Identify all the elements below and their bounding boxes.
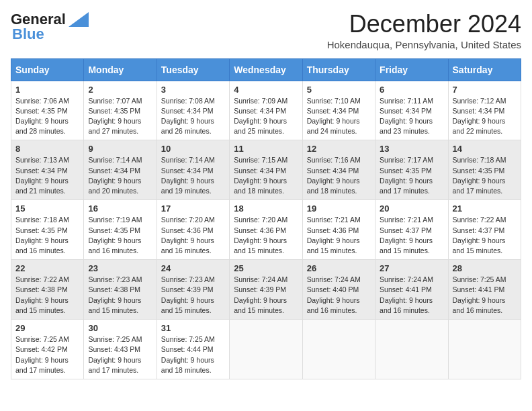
calendar-table: SundayMondayTuesdayWednesdayThursdayFrid… [11, 58, 521, 379]
day-number: 4 [234, 85, 298, 95]
svg-marker-0 [69, 12, 89, 27]
day-info: Sunrise: 7:21 AM Sunset: 4:37 PM Dayligh… [380, 215, 443, 256]
day-info: Sunrise: 7:08 AM Sunset: 4:34 PM Dayligh… [161, 96, 225, 137]
day-info: Sunrise: 7:18 AM Sunset: 4:35 PM Dayligh… [15, 215, 79, 256]
col-header-saturday: Saturday [448, 58, 521, 81]
day-info: Sunrise: 7:10 AM Sunset: 4:34 PM Dayligh… [307, 96, 371, 137]
logo-blue: Blue [12, 26, 44, 43]
calendar-cell: 19 Sunrise: 7:21 AM Sunset: 4:36 PM Dayl… [302, 200, 375, 260]
title-area: December 2024 Hokendauqua, Pennsylvania,… [327, 11, 521, 50]
logo: General Blue [11, 11, 89, 43]
calendar-week-1: 1 Sunrise: 7:06 AM Sunset: 4:35 PM Dayli… [11, 81, 521, 140]
page-header: General Blue December 2024 Hokendauqua, … [11, 11, 521, 50]
day-number: 5 [307, 85, 371, 95]
calendar-cell: 20 Sunrise: 7:21 AM Sunset: 4:37 PM Dayl… [375, 200, 448, 260]
calendar-week-4: 22 Sunrise: 7:22 AM Sunset: 4:38 PM Dayl… [11, 260, 521, 320]
calendar-cell: 3 Sunrise: 7:08 AM Sunset: 4:34 PM Dayli… [157, 81, 229, 140]
day-info: Sunrise: 7:25 AM Sunset: 4:43 PM Dayligh… [88, 334, 152, 375]
day-number: 1 [15, 85, 79, 95]
day-info: Sunrise: 7:09 AM Sunset: 4:34 PM Dayligh… [234, 96, 298, 137]
day-number: 14 [453, 144, 517, 154]
calendar-week-2: 8 Sunrise: 7:13 AM Sunset: 4:34 PM Dayli… [11, 140, 521, 200]
calendar-cell: 6 Sunrise: 7:11 AM Sunset: 4:34 PM Dayli… [375, 81, 448, 140]
calendar-cell: 7 Sunrise: 7:12 AM Sunset: 4:34 PM Dayli… [448, 81, 521, 140]
calendar-cell: 27 Sunrise: 7:24 AM Sunset: 4:41 PM Dayl… [375, 260, 448, 320]
col-header-monday: Monday [84, 58, 157, 81]
day-number: 3 [161, 85, 225, 95]
calendar-cell: 22 Sunrise: 7:22 AM Sunset: 4:38 PM Dayl… [11, 260, 84, 320]
calendar-cell: 5 Sunrise: 7:10 AM Sunset: 4:34 PM Dayli… [302, 81, 375, 140]
day-number: 28 [453, 263, 517, 273]
calendar-cell: 15 Sunrise: 7:18 AM Sunset: 4:35 PM Dayl… [11, 200, 84, 260]
calendar-cell: 26 Sunrise: 7:24 AM Sunset: 4:40 PM Dayl… [302, 260, 375, 320]
calendar-cell: 13 Sunrise: 7:17 AM Sunset: 4:35 PM Dayl… [375, 140, 448, 200]
day-info: Sunrise: 7:11 AM Sunset: 4:34 PM Dayligh… [380, 96, 443, 137]
calendar-cell [448, 320, 521, 379]
day-number: 11 [234, 144, 298, 154]
calendar-week-3: 15 Sunrise: 7:18 AM Sunset: 4:35 PM Dayl… [11, 200, 521, 260]
day-number: 18 [234, 203, 298, 214]
day-number: 9 [88, 144, 152, 154]
day-info: Sunrise: 7:14 AM Sunset: 4:34 PM Dayligh… [161, 155, 225, 196]
day-info: Sunrise: 7:14 AM Sunset: 4:34 PM Dayligh… [88, 155, 152, 196]
day-number: 10 [161, 144, 225, 154]
day-info: Sunrise: 7:17 AM Sunset: 4:35 PM Dayligh… [380, 155, 443, 196]
day-number: 13 [380, 144, 443, 154]
day-info: Sunrise: 7:19 AM Sunset: 4:35 PM Dayligh… [88, 215, 152, 256]
day-number: 16 [88, 203, 152, 214]
day-number: 31 [161, 323, 225, 333]
day-number: 29 [15, 323, 79, 333]
day-info: Sunrise: 7:23 AM Sunset: 4:38 PM Dayligh… [88, 275, 152, 316]
day-number: 26 [307, 263, 371, 273]
day-info: Sunrise: 7:24 AM Sunset: 4:40 PM Dayligh… [307, 275, 371, 316]
calendar-cell: 11 Sunrise: 7:15 AM Sunset: 4:34 PM Dayl… [230, 140, 302, 200]
day-info: Sunrise: 7:25 AM Sunset: 4:41 PM Dayligh… [453, 275, 517, 316]
calendar-cell: 31 Sunrise: 7:25 AM Sunset: 4:44 PM Dayl… [157, 320, 229, 379]
day-number: 12 [307, 144, 371, 154]
day-number: 7 [453, 85, 517, 95]
day-number: 22 [15, 263, 79, 273]
calendar-cell: 24 Sunrise: 7:23 AM Sunset: 4:39 PM Dayl… [157, 260, 229, 320]
day-info: Sunrise: 7:21 AM Sunset: 4:36 PM Dayligh… [307, 215, 371, 256]
day-info: Sunrise: 7:20 AM Sunset: 4:36 PM Dayligh… [161, 215, 225, 256]
calendar-cell: 17 Sunrise: 7:20 AM Sunset: 4:36 PM Dayl… [157, 200, 229, 260]
calendar-cell: 23 Sunrise: 7:23 AM Sunset: 4:38 PM Dayl… [84, 260, 157, 320]
day-info: Sunrise: 7:22 AM Sunset: 4:38 PM Dayligh… [15, 275, 79, 316]
day-number: 23 [88, 263, 152, 273]
col-header-wednesday: Wednesday [230, 58, 302, 81]
calendar-cell: 1 Sunrise: 7:06 AM Sunset: 4:35 PM Dayli… [11, 81, 84, 140]
page-title: December 2024 [327, 11, 521, 38]
col-header-friday: Friday [375, 58, 448, 81]
calendar-cell [230, 320, 302, 379]
day-info: Sunrise: 7:15 AM Sunset: 4:34 PM Dayligh… [234, 155, 298, 196]
day-number: 17 [161, 203, 225, 214]
day-info: Sunrise: 7:22 AM Sunset: 4:37 PM Dayligh… [453, 215, 517, 256]
day-number: 6 [380, 85, 443, 95]
day-number: 21 [453, 203, 517, 214]
day-number: 19 [307, 203, 371, 214]
calendar-header-row: SundayMondayTuesdayWednesdayThursdayFrid… [11, 58, 521, 81]
day-info: Sunrise: 7:13 AM Sunset: 4:34 PM Dayligh… [15, 155, 79, 196]
day-number: 25 [234, 263, 298, 273]
calendar-cell: 25 Sunrise: 7:24 AM Sunset: 4:39 PM Dayl… [230, 260, 302, 320]
day-info: Sunrise: 7:07 AM Sunset: 4:35 PM Dayligh… [88, 96, 152, 137]
day-info: Sunrise: 7:18 AM Sunset: 4:35 PM Dayligh… [453, 155, 517, 196]
calendar-cell: 4 Sunrise: 7:09 AM Sunset: 4:34 PM Dayli… [230, 81, 302, 140]
calendar-cell: 30 Sunrise: 7:25 AM Sunset: 4:43 PM Dayl… [84, 320, 157, 379]
day-info: Sunrise: 7:16 AM Sunset: 4:34 PM Dayligh… [307, 155, 371, 196]
calendar-cell: 2 Sunrise: 7:07 AM Sunset: 4:35 PM Dayli… [84, 81, 157, 140]
calendar-cell: 28 Sunrise: 7:25 AM Sunset: 4:41 PM Dayl… [448, 260, 521, 320]
calendar-cell [375, 320, 448, 379]
calendar-week-5: 29 Sunrise: 7:25 AM Sunset: 4:42 PM Dayl… [11, 320, 521, 379]
day-info: Sunrise: 7:25 AM Sunset: 4:42 PM Dayligh… [15, 334, 79, 375]
page-subtitle: Hokendauqua, Pennsylvania, United States [327, 39, 521, 50]
day-info: Sunrise: 7:24 AM Sunset: 4:41 PM Dayligh… [380, 275, 443, 316]
day-number: 30 [88, 323, 152, 333]
day-info: Sunrise: 7:12 AM Sunset: 4:34 PM Dayligh… [453, 96, 517, 137]
day-number: 15 [15, 203, 79, 214]
day-info: Sunrise: 7:23 AM Sunset: 4:39 PM Dayligh… [161, 275, 225, 316]
day-number: 27 [380, 263, 443, 273]
calendar-cell: 18 Sunrise: 7:20 AM Sunset: 4:36 PM Dayl… [230, 200, 302, 260]
day-number: 24 [161, 263, 225, 273]
day-number: 2 [88, 85, 152, 95]
